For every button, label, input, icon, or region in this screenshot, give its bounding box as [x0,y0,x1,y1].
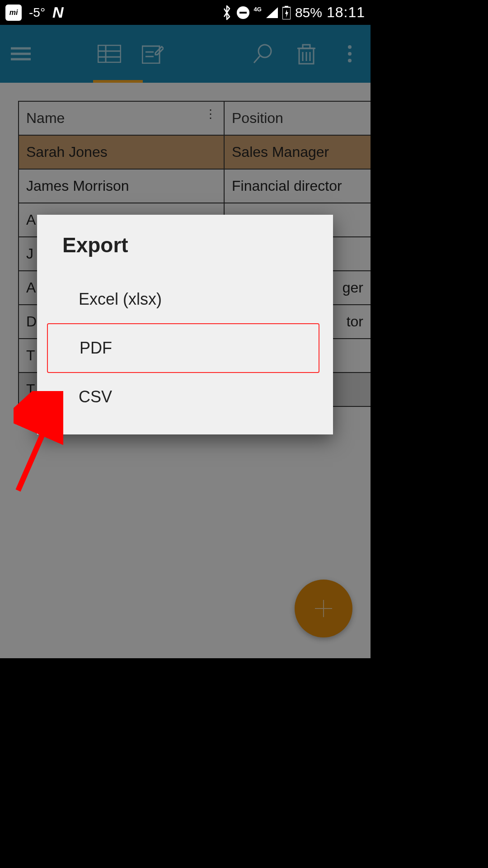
svg-line-14 [254,56,260,63]
mi-app-icon: mi [5,5,22,21]
svg-rect-17 [303,45,310,48]
plus-icon [312,597,335,620]
add-fab-button[interactable] [295,580,352,637]
signal-icon [266,7,278,18]
svg-point-21 [348,45,352,49]
battery-charging-icon [282,6,291,19]
tab-table-view[interactable] [97,41,122,66]
column-header-name-label: Name [26,110,65,126]
temperature-indicator: -5° [29,5,45,20]
cell-name[interactable]: Sarah Jones [19,135,224,169]
app-bar [0,25,371,83]
column-header-position[interactable]: Position [224,101,371,135]
clock: 18:11 [327,4,365,21]
overflow-menu-button[interactable] [337,41,362,66]
cell-position[interactable]: Financial director [224,169,371,203]
battery-percent: 85% [295,5,322,20]
network-type-label: 4G [254,7,262,12]
dialog-title: Export [37,215,333,275]
cell-position[interactable]: Sales Manager [224,135,371,169]
table-row[interactable]: Sarah Jones Sales Manager [19,135,371,169]
export-option-csv[interactable]: CSV [37,373,333,421]
column-header-name[interactable]: Name⋮ [19,101,224,135]
svg-point-22 [348,52,352,56]
cell-name[interactable]: James Morrison [19,169,224,203]
export-dialog: Export Excel (xlsx) PDF CSV [37,215,333,434]
svg-point-23 [348,59,352,62]
do-not-disturb-icon [237,6,249,19]
android-n-icon: N [52,4,64,21]
svg-rect-2 [285,6,288,7]
export-option-excel[interactable]: Excel (xlsx) [37,275,333,323]
menu-button[interactable] [8,41,33,66]
svg-rect-0 [239,12,247,14]
svg-rect-6 [98,45,121,62]
export-option-pdf[interactable]: PDF [47,323,319,373]
active-tab-indicator [93,80,143,83]
bluetooth-icon [221,5,232,20]
column-menu-icon[interactable]: ⋮ [205,110,216,118]
delete-button[interactable] [294,41,319,66]
search-button[interactable] [250,41,276,66]
svg-point-13 [258,45,271,57]
status-bar: mi -5° N 4G 85% 18:11 [0,0,371,25]
table-row[interactable]: James Morrison Financial director [19,169,371,203]
tab-edit-view[interactable] [140,41,165,66]
table-header-row[interactable]: Name⋮ Position [19,101,371,135]
